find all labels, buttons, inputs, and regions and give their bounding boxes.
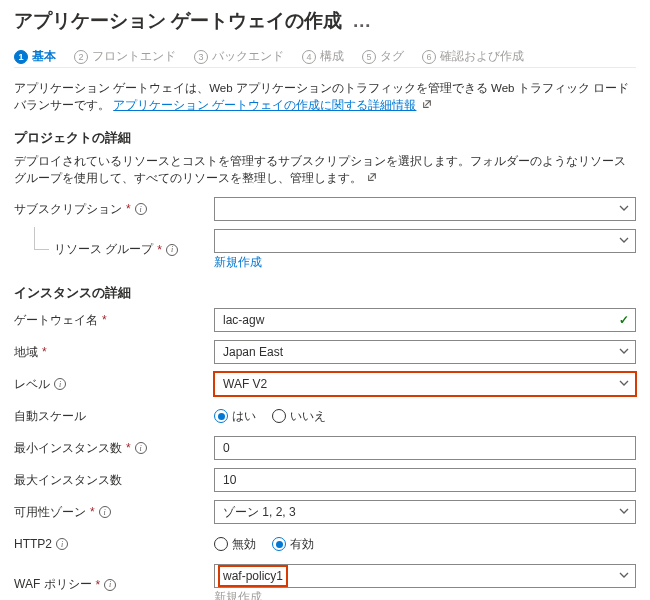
valid-check-icon: ✓ <box>619 313 629 327</box>
tab-step-number: 5 <box>362 50 376 64</box>
http2-label: HTTP2 <box>14 537 52 551</box>
waf-policy-select[interactable]: waf-policy1 <box>214 564 636 588</box>
subscription-select[interactable] <box>214 197 636 221</box>
required-indicator: * <box>96 578 101 592</box>
title-text: アプリケーション ゲートウェイの作成 <box>14 8 342 34</box>
gateway-name-value: lac-agw <box>223 313 264 327</box>
required-indicator: * <box>126 202 131 216</box>
min-instances-label: 最小インスタンス数 <box>14 440 122 457</box>
waf-policy-label: WAF ポリシー <box>14 576 92 593</box>
tab-label: 確認および作成 <box>440 48 524 65</box>
chevron-down-icon <box>619 234 629 248</box>
info-icon[interactable]: i <box>135 442 147 454</box>
required-indicator: * <box>102 313 107 327</box>
level-value: WAF V2 <box>223 377 267 391</box>
chevron-down-icon <box>619 377 629 391</box>
level-label: レベル <box>14 376 50 393</box>
info-icon[interactable]: i <box>135 203 147 215</box>
max-instances-value: 10 <box>223 473 236 487</box>
min-instances-value: 0 <box>223 441 230 455</box>
tab-label: フロントエンド <box>92 48 176 65</box>
info-icon[interactable]: i <box>99 506 111 518</box>
section-project-heading: プロジェクトの詳細 <box>14 129 636 147</box>
max-instances-input[interactable]: 10 <box>214 468 636 492</box>
tab-step-number: 1 <box>14 50 28 64</box>
http2-disabled-radio[interactable]: 無効 <box>214 536 256 553</box>
tab-basics[interactable]: 1 基本 <box>14 48 56 65</box>
required-indicator: * <box>157 243 162 257</box>
autoscale-no-radio[interactable]: いいえ <box>272 408 326 425</box>
learn-more-link[interactable]: アプリケーション ゲートウェイの作成に関する詳細情報 <box>113 99 416 111</box>
tab-step-number: 3 <box>194 50 208 64</box>
chevron-down-icon <box>619 505 629 519</box>
section-project-desc: デプロイされているリソースとコストを管理するサブスクリプションを選択します。フォ… <box>14 153 636 188</box>
tab-frontend[interactable]: 2 フロントエンド <box>74 48 176 65</box>
region-value: Japan East <box>223 345 283 359</box>
autoscale-yes-radio[interactable]: はい <box>214 408 256 425</box>
resource-group-select[interactable] <box>214 229 636 253</box>
radio-icon <box>214 537 228 551</box>
waf-policy-value: waf-policy1 <box>219 566 287 586</box>
gateway-name-input[interactable]: lac-agw ✓ <box>214 308 636 332</box>
intro-text: アプリケーション ゲートウェイは、Web アプリケーションのトラフィックを管理で… <box>14 80 636 115</box>
min-instances-input[interactable]: 0 <box>214 436 636 460</box>
radio-icon <box>272 537 286 551</box>
required-indicator: * <box>126 441 131 455</box>
more-menu[interactable]: … <box>352 10 372 32</box>
required-indicator: * <box>42 345 47 359</box>
chevron-down-icon <box>619 202 629 216</box>
radio-icon <box>272 409 286 423</box>
resource-group-label: リソース グループ <box>54 241 153 258</box>
region-label: 地域 <box>14 344 38 361</box>
info-icon[interactable]: i <box>56 538 68 550</box>
tab-configuration[interactable]: 4 構成 <box>302 48 344 65</box>
chevron-down-icon <box>619 345 629 359</box>
tab-tags[interactable]: 5 タグ <box>362 48 404 65</box>
tab-label: 構成 <box>320 48 344 65</box>
tab-step-number: 4 <box>302 50 316 64</box>
radio-label: 無効 <box>232 536 256 553</box>
autoscale-label: 自動スケール <box>14 408 86 425</box>
gateway-name-label: ゲートウェイ名 <box>14 312 98 329</box>
tab-backend[interactable]: 3 バックエンド <box>194 48 284 65</box>
radio-label: はい <box>232 408 256 425</box>
tab-step-number: 2 <box>74 50 88 64</box>
zones-value: ゾーン 1, 2, 3 <box>223 504 296 521</box>
zones-select[interactable]: ゾーン 1, 2, 3 <box>214 500 636 524</box>
zones-label: 可用性ゾーン <box>14 504 86 521</box>
region-select[interactable]: Japan East <box>214 340 636 364</box>
required-indicator: * <box>90 505 95 519</box>
info-icon[interactable]: i <box>166 244 178 256</box>
create-new-resource-group-link[interactable]: 新規作成 <box>214 255 262 270</box>
info-icon[interactable]: i <box>104 579 116 591</box>
radio-label: いいえ <box>290 408 326 425</box>
section-instance-heading: インスタンスの詳細 <box>14 284 636 302</box>
subscription-label: サブスクリプション <box>14 201 122 218</box>
level-select[interactable]: WAF V2 <box>214 372 636 396</box>
wizard-tabs: 1 基本 2 フロントエンド 3 バックエンド 4 構成 5 タグ 6 確認およ… <box>14 48 636 68</box>
http2-enabled-radio[interactable]: 有効 <box>272 536 314 553</box>
tab-step-number: 6 <box>422 50 436 64</box>
radio-label: 有効 <box>290 536 314 553</box>
create-new-waf-policy-link[interactable]: 新規作成 <box>214 590 262 600</box>
external-link-icon <box>420 99 432 111</box>
radio-icon <box>214 409 228 423</box>
page-title: アプリケーション ゲートウェイの作成 … <box>14 8 636 34</box>
tab-label: バックエンド <box>212 48 284 65</box>
info-icon[interactable]: i <box>54 378 66 390</box>
external-link-icon <box>365 172 377 184</box>
chevron-down-icon <box>619 569 629 583</box>
tab-label: 基本 <box>32 48 56 65</box>
tab-label: タグ <box>380 48 404 65</box>
max-instances-label: 最大インスタンス数 <box>14 472 122 489</box>
tab-review[interactable]: 6 確認および作成 <box>422 48 524 65</box>
